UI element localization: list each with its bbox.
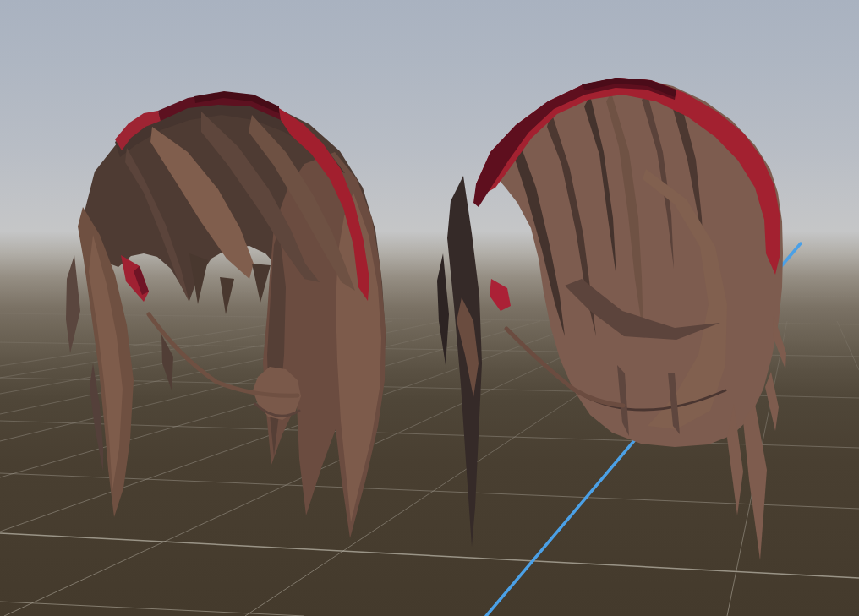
right-spike-c [743,404,767,560]
headband-tab [121,255,149,302]
grid-line [0,321,491,441]
headband-tab [490,279,511,311]
viewport-3d[interactable] [0,0,859,616]
grid-line [0,473,859,509]
bang-spike-b [220,277,234,314]
grid-line [837,321,859,370]
grid-line [0,602,304,616]
right-spike-b [765,372,779,431]
scene-canvas [0,0,859,616]
hair-model-right[interactable] [437,78,786,560]
hair-model-left[interactable] [66,91,386,538]
left-tip-small [66,255,80,353]
right-spike-a [773,314,786,369]
grid-major-line [0,533,859,578]
bang-spike-c [252,264,271,303]
grid-line [0,321,293,366]
